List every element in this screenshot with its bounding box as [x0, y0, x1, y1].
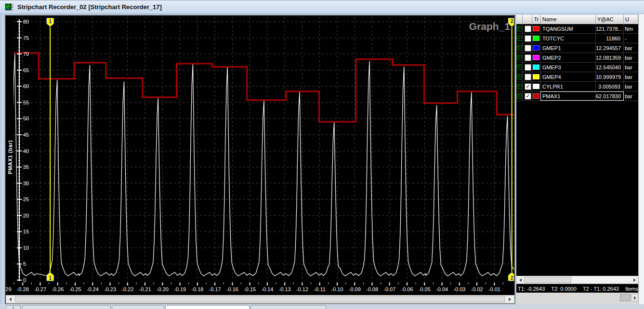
- scale-badge: 1.0: [517, 84, 523, 89]
- channel-unit: bar: [625, 74, 632, 80]
- trace-color-swatch[interactable]: [533, 45, 539, 51]
- graph-tab[interactable]: [250, 305, 326, 309]
- title-bar: Stripchart Recorder_02 [Stripchart Recor…: [0, 0, 644, 14]
- header-Tr[interactable]: Tr: [532, 15, 541, 24]
- graph-tab[interactable]: [112, 305, 164, 309]
- left-arrow-icon: [519, 278, 522, 282]
- stripchart-app-icon: [5, 3, 13, 11]
- x-tick-label: -0.18: [191, 286, 203, 292]
- right-arrow-icon: [509, 297, 511, 301]
- tab-nav-button[interactable]: [13, 305, 21, 309]
- plot-area[interactable]: Graph_1051015202530354045505560657075801…: [13, 17, 514, 282]
- channel-value: 121.7378...: [596, 26, 624, 32]
- channel-unit: bar: [625, 64, 632, 70]
- header-col1[interactable]: [523, 15, 532, 24]
- channel-unit: -: [625, 36, 627, 41]
- trace-color-swatch[interactable]: [533, 55, 539, 60]
- x-tick-label: -0.24: [87, 286, 99, 292]
- t1-readout: T1: -0.2643: [518, 286, 545, 292]
- channel-row-CYLPR1[interactable]: 1.0✓CYLPR13.005093bar: [516, 82, 638, 91]
- trace-checkbox[interactable]: [525, 35, 531, 42]
- chart-scroll-thumb[interactable]: [15, 296, 505, 302]
- x-tick-label: -0.02: [471, 286, 483, 292]
- scale-badge: 1.0: [517, 64, 523, 70]
- x-tick-label: -0.21: [139, 286, 151, 292]
- x-tick-label: -0.08: [366, 286, 378, 292]
- t2-minus-t1-readout: T2 - T1: 0.2643: [583, 286, 619, 292]
- channel-name: TOTCYC: [542, 36, 564, 41]
- channel-value: 10.999979: [596, 74, 624, 80]
- cursor-number: 1: [49, 19, 52, 24]
- trace-checkbox[interactable]: [525, 54, 531, 61]
- y-tick-label: 10: [23, 245, 29, 251]
- graph-tab-active[interactable]: [165, 305, 250, 309]
- table-scroll-thumb[interactable]: [524, 277, 571, 283]
- header-Name[interactable]: Name: [541, 15, 596, 24]
- trace-color-swatch[interactable]: [533, 84, 539, 89]
- y-tick-label: 35: [23, 164, 29, 170]
- trace-color-swatch[interactable]: [533, 93, 539, 99]
- y-tick-label: 55: [23, 100, 29, 105]
- y-tick-label: 80: [23, 19, 29, 25]
- graph-title: Graph_1: [469, 21, 511, 32]
- channel-row-GMEP1[interactable]: 1.0GMEP112.294557bar: [516, 43, 638, 53]
- table-horizontal-scrollbar[interactable]: [516, 276, 638, 284]
- scale-badge: 1.0: [517, 26, 523, 31]
- trace-checkbox[interactable]: [525, 45, 531, 52]
- scroll-left-button[interactable]: [6, 296, 14, 303]
- items-recorded-label: Items Rec: [625, 286, 638, 292]
- channel-value: 11860: [596, 36, 623, 41]
- scroll-right-button[interactable]: [506, 296, 514, 303]
- trace-checkbox[interactable]: [525, 74, 531, 80]
- t2-readout: T2: 0.0000: [551, 286, 577, 292]
- x-tick-label: -0.12: [296, 286, 308, 292]
- header-col0[interactable]: [516, 15, 523, 24]
- table-header: TrNameY@ACU: [516, 15, 638, 24]
- header-Y@AC[interactable]: Y@AC: [596, 15, 624, 24]
- left-arrow-icon: [9, 297, 12, 301]
- status-scroll-right-button[interactable]: [631, 294, 638, 301]
- y-tick-label: 30: [23, 180, 29, 186]
- channel-row-GMEP3[interactable]: 1.0GMEP312.545040bar: [516, 63, 638, 72]
- channel-value: 12.294557: [596, 45, 624, 51]
- cursor-2[interactable]: 22: [508, 18, 514, 281]
- trace-checkbox[interactable]: [525, 64, 531, 71]
- y-tick-label: 50: [23, 116, 29, 121]
- scale-badge: 1.0: [517, 36, 523, 41]
- trace-checkbox[interactable]: ✓: [525, 83, 531, 90]
- chart-panel: Graph_1051015202530354045505560657075801…: [5, 15, 515, 304]
- channel-row-GMEP2[interactable]: 1.0GMEP212.081359bar: [516, 53, 638, 63]
- trace-color-swatch[interactable]: [533, 36, 539, 41]
- channel-unit: bar: [625, 84, 632, 90]
- x-tick-label: -0.11: [314, 286, 326, 292]
- channel-row-GMEP4[interactable]: 1.0GMEP410.999979bar: [516, 72, 638, 82]
- channel-row-TQANGSUM[interactable]: 1.0TQANGSUM121.7378...Nm: [516, 24, 638, 34]
- y-tick-label: 25: [23, 196, 29, 202]
- trace-checkbox[interactable]: ✓: [525, 93, 531, 100]
- channel-row-PMAX1[interactable]: 1.0✓PMAX162.017830bar: [516, 91, 638, 101]
- x-tick-label: -0.25: [69, 286, 81, 292]
- channel-unit: bar: [625, 55, 632, 61]
- x-tick-label: -0.10: [331, 286, 343, 292]
- y-tick-label: 65: [23, 67, 29, 73]
- y-tick-label: 45: [23, 132, 29, 138]
- cursor-number: 2: [511, 19, 513, 24]
- trace-color-swatch[interactable]: [533, 64, 539, 70]
- table-scroll-left-button[interactable]: [517, 276, 524, 283]
- status-scroll-thumb[interactable]: [620, 294, 631, 301]
- y-tick-label: 75: [23, 35, 29, 41]
- trace-checkbox[interactable]: [525, 26, 531, 32]
- table-scroll-right-button[interactable]: [631, 276, 638, 283]
- header-U[interactable]: U: [624, 15, 638, 24]
- trace-color-swatch[interactable]: [533, 74, 539, 79]
- status-scrollbar[interactable]: [516, 293, 638, 304]
- y-tick-label: 70: [23, 51, 29, 57]
- trace-color-swatch[interactable]: [533, 26, 539, 31]
- x-tick-label: -0.27: [34, 286, 46, 292]
- channel-name: GMEP3: [542, 64, 561, 70]
- graph-tab[interactable]: [22, 305, 111, 309]
- channel-row-TOTCYC[interactable]: 1.0TOTCYC11860-: [516, 34, 638, 43]
- chart-horizontal-scrollbar[interactable]: [6, 295, 514, 303]
- tab-nav-button[interactable]: [6, 305, 13, 309]
- x-tick-label: -0.06: [401, 286, 413, 292]
